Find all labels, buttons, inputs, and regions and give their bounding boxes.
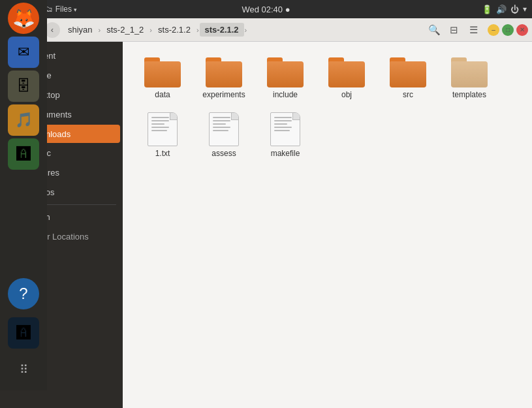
files-window: ‹ › ‹ shiyan › sts-2_1_2 › sts-2.1.2 › s… xyxy=(0,18,532,408)
dock-firefox[interactable]: 🦊 xyxy=(8,3,39,34)
folder-icon-obj xyxy=(328,57,365,87)
file-label-makefile: makefile xyxy=(271,149,300,158)
doc-icon-makefile xyxy=(270,112,300,146)
folder-label-templates: templates xyxy=(452,90,486,99)
doc-icon-1txt xyxy=(148,112,178,146)
folder-label-src: src xyxy=(403,90,413,99)
file-1txt[interactable]: 1.txt xyxy=(133,107,192,163)
folder-icon-data xyxy=(144,57,181,87)
dock-amazon[interactable]: 🅰 xyxy=(8,317,39,349)
dock-help[interactable]: ? xyxy=(8,278,39,309)
files-dropdown-icon: ▾ xyxy=(74,7,77,13)
file-label-assess: assess xyxy=(211,149,236,158)
breadcrumb-shiyan[interactable]: shiyan xyxy=(63,23,98,37)
topbar-right: 🔋 🔊 ⏻ ▾ xyxy=(482,5,527,14)
file-assess[interactable]: assess xyxy=(195,107,253,163)
folder-icon-templates xyxy=(451,57,488,87)
system-menu-icon[interactable]: ▾ xyxy=(523,5,527,14)
network-icon: 🔋 xyxy=(482,5,492,14)
toolbar-icons: 🔍 ⊟ ☰ xyxy=(425,21,482,39)
folder-src[interactable]: src xyxy=(379,52,437,104)
folder-templates[interactable]: templates xyxy=(440,52,499,104)
breadcrumb-sts212b[interactable]: sts-2.1.2 xyxy=(153,23,196,37)
window-controls: – □ ✕ xyxy=(488,24,528,36)
file-makefile[interactable]: makefile xyxy=(256,107,315,163)
folder-include[interactable]: include xyxy=(256,52,315,104)
file-area: data experiments include xyxy=(123,42,532,408)
files-label[interactable]: 🗂 Files ▾ xyxy=(45,5,77,14)
volume-icon: 🔊 xyxy=(496,5,507,14)
folder-icon-src xyxy=(390,57,426,87)
dock-mail[interactable]: ✉ xyxy=(8,37,39,68)
search-icon[interactable]: 🔍 xyxy=(425,21,443,39)
folder-label-include: include xyxy=(273,90,298,99)
breadcrumb-sts212-active[interactable]: sts-2.1.2 xyxy=(200,23,244,37)
folder-label-experiments: experiments xyxy=(202,90,245,99)
folder-experiments[interactable]: experiments xyxy=(195,52,253,104)
view-options-icon[interactable]: ⊟ xyxy=(445,21,463,39)
main-area: 🕐 Recent 🏠 Home 📋 Desktop 📄 Documents ⬇ … xyxy=(0,42,532,408)
dock-apps-grid[interactable]: ⠿ xyxy=(8,354,39,385)
maximize-button[interactable]: □ xyxy=(502,24,514,36)
dock: 🦊 ✉ 🗄 🎵 🅰 ? 🅰 ⠿ xyxy=(0,0,47,390)
system-topbar: Activities 🗂 Files ▾ Wed 02:40 ● 🔋 🔊 ⏻ ▾ xyxy=(0,0,532,18)
folder-icon-experiments xyxy=(206,57,242,87)
power-icon: ⏻ xyxy=(510,5,519,14)
dock-files[interactable]: 🗄 xyxy=(8,71,39,102)
file-label-1txt: 1.txt xyxy=(155,149,170,158)
breadcrumb-sts212[interactable]: sts-2_1_2 xyxy=(101,23,149,37)
minimize-button[interactable]: – xyxy=(488,24,499,36)
topbar-clock: Wed 02:40 ● xyxy=(242,5,290,14)
folder-label-data: data xyxy=(155,90,170,99)
list-view-icon[interactable]: ☰ xyxy=(464,21,482,39)
folder-obj[interactable]: obj xyxy=(317,52,376,104)
dock-appstore[interactable]: 🅰 xyxy=(8,138,39,170)
folder-data[interactable]: data xyxy=(133,52,192,104)
file-grid: data experiments include xyxy=(133,52,522,164)
breadcrumb: ‹ shiyan › sts-2_1_2 › sts-2.1.2 › sts-2… xyxy=(44,22,416,38)
folder-icon-include xyxy=(267,57,304,87)
close-button[interactable]: ✕ xyxy=(516,24,528,36)
folder-label-obj: obj xyxy=(341,90,352,99)
doc-icon-assess xyxy=(209,112,239,146)
titlebar: ‹ › ‹ shiyan › sts-2_1_2 › sts-2.1.2 › s… xyxy=(0,18,532,42)
dock-music[interactable]: 🎵 xyxy=(8,104,39,136)
